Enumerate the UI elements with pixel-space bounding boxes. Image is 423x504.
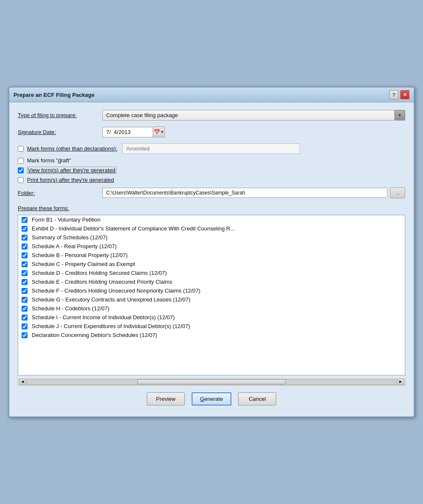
mark-draft-checkbox[interactable] bbox=[18, 158, 24, 164]
form-checkbox-11[interactable] bbox=[22, 315, 27, 320]
scroll-left-arrow[interactable]: ◀ bbox=[19, 379, 25, 385]
form-item: Schedule D - Creditors Holding Secured C… bbox=[18, 268, 405, 277]
form-checkbox-1[interactable] bbox=[22, 226, 27, 232]
form-label-13: Declaration Concerning Debtor's Schedule… bbox=[32, 332, 157, 338]
browse-button[interactable]: ... bbox=[390, 187, 405, 198]
form-label-12: Schedule J - Current Expenditures of Ind… bbox=[32, 323, 190, 329]
form-item: Exhibit D - Individual Debtor's Statemen… bbox=[18, 224, 405, 233]
form-label-4: Schedule B - Personal Property (12/07) bbox=[32, 252, 128, 258]
horizontal-scrollbar[interactable]: ◀ ▶ bbox=[18, 378, 405, 386]
folder-label: Folder: bbox=[18, 190, 102, 196]
main-window: Prepare an ECF Filing Package ? ✕ Type o… bbox=[8, 87, 415, 417]
view-forms-checkbox[interactable] bbox=[18, 167, 24, 173]
cancel-button[interactable]: Cancel bbox=[238, 392, 276, 405]
amended-input[interactable] bbox=[122, 143, 300, 154]
form-label-7: Schedule E - Creditors Holding Unsecured… bbox=[32, 279, 172, 285]
view-forms-label[interactable]: View form(s) after they're generated bbox=[27, 167, 116, 173]
scroll-track[interactable] bbox=[26, 379, 397, 385]
view-forms-row: View form(s) after they're generated bbox=[18, 167, 405, 173]
filing-type-dropdown-wrapper: Complete case filing packageIndividual f… bbox=[102, 110, 405, 121]
generate-button[interactable]: Generate bbox=[192, 392, 231, 405]
form-checkbox-13[interactable] bbox=[22, 332, 27, 338]
window-controls: ? ✕ bbox=[389, 90, 409, 99]
form-label-3: Schedule A - Real Property (12/07) bbox=[32, 243, 117, 249]
button-row: Preview Generate Cancel bbox=[18, 392, 405, 409]
folder-row: Folder: ... bbox=[18, 187, 405, 198]
mark-forms-label[interactable]: Mark forms (other than declarations): bbox=[27, 145, 117, 152]
calendar-dropdown-arrow: ▼ bbox=[160, 130, 164, 134]
forms-section-label: Prepare these forms: bbox=[18, 205, 405, 211]
form-checkbox-3[interactable] bbox=[22, 244, 27, 249]
form-checkbox-10[interactable] bbox=[22, 306, 27, 312]
form-item: Schedule G - Executory Contracts and Une… bbox=[18, 295, 405, 304]
scroll-right-arrow[interactable]: ▶ bbox=[398, 379, 404, 385]
form-label-11: Schedule I - Current Income of Individua… bbox=[32, 314, 175, 320]
calendar-button[interactable]: 📅 ▼ bbox=[153, 126, 165, 137]
mark-draft-row: Mark forms "draft" bbox=[18, 157, 405, 164]
form-label-10: Schedule H - Codebtors (12/07) bbox=[32, 305, 110, 312]
forms-list-container[interactable]: Form B1 - Voluntary PetitionExhibit D - … bbox=[18, 215, 405, 375]
form-label-5: Schedule C - Property Claimed as Exempt bbox=[32, 261, 135, 267]
filing-type-label-text: Type of filing to prepare: bbox=[18, 112, 77, 118]
form-item: Schedule I - Current Income of Individua… bbox=[18, 313, 405, 322]
print-forms-row: Print form(s) after they're generated bbox=[18, 177, 405, 183]
form-checkbox-2[interactable] bbox=[22, 235, 27, 241]
scroll-thumb[interactable] bbox=[137, 379, 286, 384]
form-checkbox-0[interactable] bbox=[22, 217, 27, 223]
form-label-6: Schedule D - Creditors Holding Secured C… bbox=[32, 270, 167, 276]
form-item: Form B1 - Voluntary Petition bbox=[18, 215, 405, 224]
form-checkbox-6[interactable] bbox=[22, 270, 27, 276]
form-label-0: Form B1 - Voluntary Petition bbox=[32, 216, 101, 223]
form-label-1: Exhibit D - Individual Debtor's Statemen… bbox=[32, 225, 235, 232]
form-item: Schedule J - Current Expenditures of Ind… bbox=[18, 322, 405, 331]
form-checkbox-9[interactable] bbox=[22, 297, 27, 303]
folder-path-input[interactable] bbox=[102, 188, 387, 198]
form-checkbox-7[interactable] bbox=[22, 279, 27, 285]
form-label-2: Summary of Schedules (12/07) bbox=[32, 234, 107, 241]
signature-date-input[interactable] bbox=[102, 127, 153, 137]
signature-date-row: Signature Date: 📅 ▼ bbox=[18, 126, 405, 137]
mark-forms-row: Mark forms (other than declarations): bbox=[18, 143, 405, 154]
print-forms-label[interactable]: Print form(s) after they're generated bbox=[27, 177, 114, 183]
calendar-icon: 📅 bbox=[154, 129, 160, 135]
filing-type-label: Type of filing to prepare: bbox=[18, 112, 102, 118]
filing-type-select[interactable]: Complete case filing packageIndividual f… bbox=[102, 110, 405, 121]
form-label-9: Schedule G - Executory Contracts and Une… bbox=[32, 296, 190, 303]
form-item: Schedule C - Property Claimed as Exempt bbox=[18, 260, 405, 268]
signature-date-label: Signature Date: bbox=[18, 129, 102, 135]
close-button[interactable]: ✕ bbox=[400, 90, 409, 99]
form-item: Summary of Schedules (12/07) bbox=[18, 233, 405, 242]
help-button[interactable]: ? bbox=[389, 90, 398, 99]
forms-list: Form B1 - Voluntary PetitionExhibit D - … bbox=[18, 215, 405, 340]
form-checkbox-4[interactable] bbox=[22, 252, 27, 258]
mark-draft-label[interactable]: Mark forms "draft" bbox=[27, 157, 71, 164]
window-body: Type of filing to prepare: Complete case… bbox=[9, 102, 414, 416]
form-item: Schedule H - Codebtors (12/07) bbox=[18, 304, 405, 313]
form-checkbox-5[interactable] bbox=[22, 261, 27, 267]
form-checkbox-8[interactable] bbox=[22, 288, 27, 294]
window-title: Prepare an ECF Filing Package bbox=[14, 92, 94, 98]
form-label-8: Schedule F - Creditors Holding Unsecured… bbox=[32, 288, 201, 294]
title-bar: Prepare an ECF Filing Package ? ✕ bbox=[9, 88, 414, 102]
form-item: Schedule F - Creditors Holding Unsecured… bbox=[18, 286, 405, 295]
print-forms-checkbox[interactable] bbox=[18, 177, 24, 183]
form-item: Schedule E - Creditors Holding Unsecured… bbox=[18, 277, 405, 286]
mark-forms-checkbox[interactable] bbox=[18, 146, 24, 152]
form-checkbox-12[interactable] bbox=[22, 323, 27, 329]
filing-type-row: Type of filing to prepare: Complete case… bbox=[18, 110, 405, 121]
form-item: Declaration Concerning Debtor's Schedule… bbox=[18, 331, 405, 340]
form-item: Schedule A - Real Property (12/07) bbox=[18, 242, 405, 251]
form-item: Schedule B - Personal Property (12/07) bbox=[18, 251, 405, 260]
preview-button[interactable]: Preview bbox=[147, 392, 185, 405]
